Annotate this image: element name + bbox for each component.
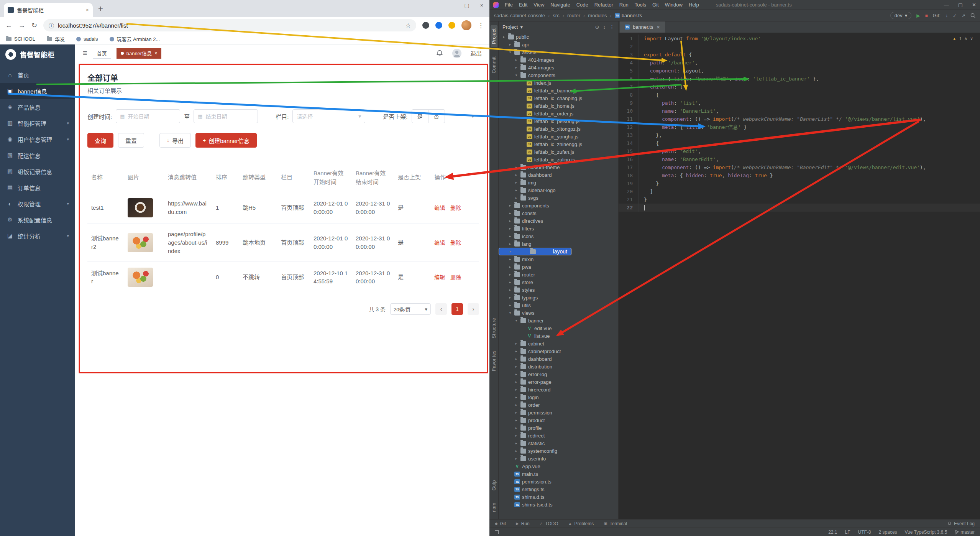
tool-windows-icon[interactable] xyxy=(495,530,499,534)
tree-item[interactable]: ▸typings xyxy=(499,294,618,301)
tree-item[interactable]: ▸dashboard xyxy=(499,355,618,363)
chevron-collapsed-icon[interactable]: ▸ xyxy=(508,242,512,246)
tree-item[interactable]: TSsettings.ts xyxy=(499,485,618,493)
chevron-collapsed-icon[interactable]: ▸ xyxy=(514,357,519,361)
bookmark-star-icon[interactable]: ☆ xyxy=(405,22,411,29)
chevron-expanded-icon[interactable]: ▾ xyxy=(514,73,519,77)
delete-link[interactable]: 删除 xyxy=(450,205,461,211)
status-item[interactable]: 22:1 xyxy=(828,529,837,535)
chevron-collapsed-icon[interactable]: ▸ xyxy=(508,227,512,230)
chevron-collapsed-icon[interactable]: ▸ xyxy=(508,303,512,307)
chevron-collapsed-icon[interactable]: ▸ xyxy=(508,257,512,261)
table-row[interactable]: test1https://www.baidu.com1跳H5首页顶部2020-1… xyxy=(87,192,479,224)
tree-item[interactable]: ▸mixin xyxy=(499,255,618,263)
chevron-collapsed-icon[interactable]: ▸ xyxy=(502,35,506,39)
code-line[interactable]: 10 name: 'BannerList', xyxy=(619,107,980,115)
status-item[interactable]: UTF-8 xyxy=(858,529,871,535)
tree-item[interactable]: JSindex.js xyxy=(499,79,618,87)
chevron-collapsed-icon[interactable]: ▸ xyxy=(514,388,519,391)
export-button[interactable]: ↓ 导出 xyxy=(159,133,191,148)
browser-tab[interactable]: 售餐智能柜 × xyxy=(4,3,93,17)
menu-item-git[interactable]: Git xyxy=(649,2,662,8)
tree-item[interactable]: ▸custom-theme xyxy=(499,163,618,171)
chevron-collapsed-icon[interactable]: ▸ xyxy=(514,434,519,437)
chevron-collapsed-icon[interactable]: ▸ xyxy=(514,426,519,430)
breadcrumb-item[interactable]: modules xyxy=(588,13,607,18)
code-line[interactable]: 8 { xyxy=(619,91,980,99)
tree-item[interactable]: ▸store xyxy=(499,278,618,286)
minimize-icon[interactable]: – xyxy=(451,2,454,8)
browser-menu-icon[interactable]: ⋮ xyxy=(478,21,484,30)
tree-item[interactable]: ▸api xyxy=(499,41,618,48)
current-page-button[interactable]: 1 xyxy=(451,303,463,315)
code-line[interactable]: 7 children: [ xyxy=(619,83,980,91)
prev-problem-icon[interactable]: ∧ xyxy=(964,36,967,41)
search-icon[interactable] xyxy=(970,13,975,18)
git-update-icon[interactable]: ↓ xyxy=(946,13,948,18)
reload-icon[interactable]: ↻ xyxy=(31,21,37,30)
chevron-collapsed-icon[interactable]: ▸ xyxy=(508,265,512,269)
chevron-collapsed-icon[interactable]: ▸ xyxy=(514,365,519,368)
sidebar-item-user[interactable]: ◉用户信息管理▾ xyxy=(0,131,75,147)
sidebar-item-home[interactable]: ⌂首页 xyxy=(0,67,75,83)
tree-item[interactable]: ▾views xyxy=(499,309,618,317)
tool-tab-gulp[interactable]: Gulp xyxy=(491,477,497,493)
tree-item[interactable]: ▸statistic xyxy=(499,439,618,447)
tree-item[interactable]: TSshims-tsx.d.ts xyxy=(499,501,618,508)
menu-item-refactor[interactable]: Refactor xyxy=(591,2,616,8)
code-line[interactable]: 6 meta: { title: 'banner管理', icon: 'left… xyxy=(619,75,980,83)
tree-item[interactable]: ▸cabinet xyxy=(499,340,618,347)
bookmark-item[interactable]: SCHOOL xyxy=(6,36,35,42)
chevron-collapsed-icon[interactable]: ▸ xyxy=(514,66,519,69)
tree-item[interactable]: ▸order xyxy=(499,401,618,409)
code-line[interactable]: 16 name: 'BannerEdit', xyxy=(619,155,980,163)
code-line[interactable]: 22 xyxy=(619,204,980,212)
chevron-collapsed-icon[interactable]: ▸ xyxy=(514,188,519,192)
locate-file-icon[interactable]: ⊙ xyxy=(595,24,599,30)
code-line[interactable]: 9 path: 'list', xyxy=(619,99,980,107)
code-line[interactable]: 14 { xyxy=(619,139,980,147)
close-icon[interactable]: ✕ xyxy=(972,2,976,8)
tab-close-icon[interactable]: × xyxy=(86,7,89,13)
chevron-collapsed-icon[interactable]: ▸ xyxy=(514,449,519,453)
toolwindow-button-git[interactable]: ◆Git xyxy=(495,521,506,526)
tree-item[interactable]: ▸utils xyxy=(499,301,618,309)
breadcrumb-item[interactable]: TSbanner.ts xyxy=(615,13,642,18)
tree-item[interactable]: JSlefttab_ic_zhinengg.js xyxy=(499,140,618,148)
tab-tag-banner[interactable]: banner信息 × xyxy=(117,48,162,59)
sidebar-item-banner[interactable]: ▣banner信息 xyxy=(0,83,75,99)
tree-item[interactable]: ▸distribution xyxy=(499,363,618,370)
chevron-collapsed-icon[interactable]: ▸ xyxy=(508,273,512,276)
start-date-input[interactable]: ▦ 开始日期 xyxy=(116,109,180,123)
breadcrumb-item[interactable]: src xyxy=(553,13,559,18)
code-line[interactable]: 20 ] xyxy=(619,187,980,196)
next-problem-icon[interactable]: ∨ xyxy=(970,36,973,41)
menu-item-run[interactable]: Run xyxy=(616,2,632,8)
code-line[interactable]: 21} xyxy=(619,196,980,204)
code-line[interactable]: 2 xyxy=(619,43,980,51)
column-select[interactable]: 请选择 ▾ xyxy=(292,109,365,123)
avatar[interactable] xyxy=(452,48,462,58)
tree-item[interactable]: ▸404-images xyxy=(499,64,618,71)
extension-icon[interactable] xyxy=(435,22,442,29)
chevron-collapsed-icon[interactable]: ▸ xyxy=(514,196,519,200)
tree-item[interactable]: TSpermission.ts xyxy=(499,478,618,485)
tree-item[interactable]: ▸layout xyxy=(499,248,571,255)
menu-item-window[interactable]: Window xyxy=(662,2,686,8)
table-row[interactable]: 测试banner2pages/profile/pages/about-us/in… xyxy=(87,224,479,261)
menu-item-help[interactable]: Help xyxy=(686,2,702,8)
table-row[interactable]: 测试banner0不跳转首页顶部2020-12-10 14:55:592020-… xyxy=(87,261,479,293)
tree-item[interactable]: ▸directives xyxy=(499,217,618,225)
browser-profile-avatar[interactable] xyxy=(461,20,471,30)
tree-item[interactable]: ▸lang xyxy=(499,240,618,248)
chevron-collapsed-icon[interactable]: ▸ xyxy=(508,250,513,253)
tree-item[interactable]: ▸systemconfig xyxy=(499,447,618,455)
chevron-expanded-icon[interactable]: ▾ xyxy=(508,311,512,315)
code-area[interactable]: 1import Layout from '@/layout/index.vue'… xyxy=(619,33,980,519)
sidebar-item-product[interactable]: ◈产品信息 xyxy=(0,99,75,115)
status-item[interactable]: Vue TypeScript 3.6.5 xyxy=(905,529,947,535)
event-log-button[interactable]: Event Log xyxy=(947,521,975,526)
editor-tab-banner-ts[interactable]: TS banner.ts ✕ xyxy=(620,21,665,33)
sidebar-item-config[interactable]: ⚙系统配置信息 xyxy=(0,212,75,228)
address-bar[interactable]: ⓘ localhost:9527/#/banner/list ☆ xyxy=(43,19,416,31)
